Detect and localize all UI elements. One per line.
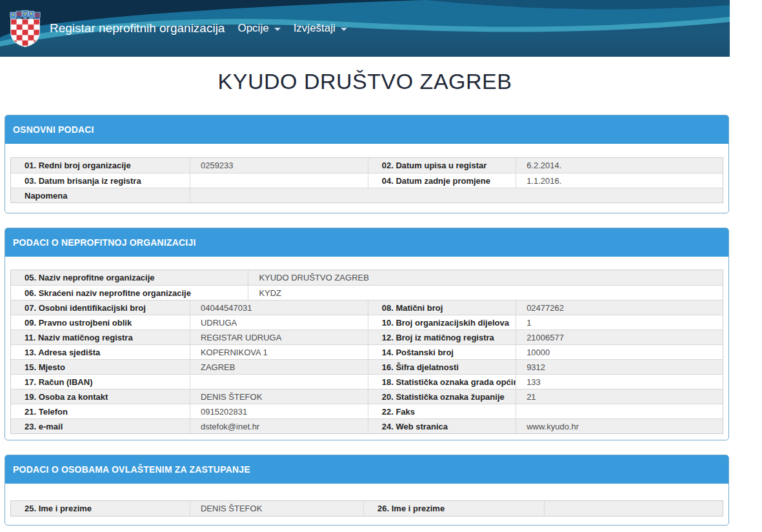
top-navbar: Registar neprofitnih organizacija Opcije… xyxy=(0,0,730,57)
table-row: 17. Račun (IBAN) 18. Statistička oznaka … xyxy=(11,374,723,389)
field-label: 23. e-mail xyxy=(11,419,190,433)
menu-opcije[interactable]: Opcije xyxy=(231,15,286,41)
field-label: 11. Naziv matičnog registra xyxy=(11,330,190,344)
field-label: 15. Mjesto xyxy=(11,360,190,374)
section-osnovni-podaci: OSNOVNI PODACI 01. Redni broj organizaci… xyxy=(5,115,729,213)
chevron-down-icon xyxy=(274,28,281,31)
field-value: 21006577 xyxy=(516,330,723,344)
field-value: 10000 xyxy=(516,345,723,359)
section-body: 05. Naziv neprofitne organizacije KYUDO … xyxy=(5,257,728,440)
field-value xyxy=(545,501,723,516)
field-label: 09. Pravno ustrojbeni oblik xyxy=(11,315,190,330)
brand-title: Registar neprofitnih organizacija xyxy=(50,21,225,35)
field-label: 20. Statistička oznaka županije xyxy=(368,389,516,404)
field-value xyxy=(190,188,723,202)
field-value: 133 xyxy=(516,375,723,389)
field-label: 05. Naziv neprofitne organizacije xyxy=(11,270,248,285)
section-body: 25. Ime i prezime DENIS ŠTEFOK 26. Ime i… xyxy=(5,484,728,525)
menu-opcije-label: Opcije xyxy=(237,22,268,35)
section-header: PODACI O NEPROFITNOJ ORGANIZACIJI xyxy=(5,228,728,257)
field-value: 02477262 xyxy=(516,300,723,315)
table-row: 01. Redni broj organizacije 0259233 02. … xyxy=(11,158,723,173)
data-table: 05. Naziv neprofitne organizacije KYUDO … xyxy=(10,270,723,434)
field-value: UDRUGA xyxy=(190,315,368,330)
field-value: 0915202831 xyxy=(190,404,368,419)
table-row: 11. Naziv matičnog registra REGISTAR UDR… xyxy=(11,330,723,344)
field-value: DENIS ŠTEFOK xyxy=(190,389,368,404)
field-label: 02. Datum upisa u registar xyxy=(368,158,516,173)
section-podaci-o-organizaciji: PODACI O NEPROFITNOJ ORGANIZACIJI 05. Na… xyxy=(5,228,729,440)
table-row: 23. e-mail dstefok@inet.hr 24. Web stran… xyxy=(11,419,723,433)
field-label: 18. Statistička oznaka grada općine xyxy=(368,375,516,389)
field-value: DENIS ŠTEFOK xyxy=(190,501,364,516)
field-label: 04. Datum zadnje promjene xyxy=(368,173,516,188)
field-value: KOPERNIKOVA 1 xyxy=(190,345,368,359)
field-value: 1.1.2016. xyxy=(516,173,723,188)
field-value xyxy=(190,375,368,389)
field-label: 21. Telefon xyxy=(11,404,190,419)
field-label: 07. Osobni identifikacijski broj xyxy=(11,300,190,315)
table-row: 21. Telefon 0915202831 22. Faks xyxy=(11,404,723,419)
field-label: Napomena xyxy=(11,188,190,202)
data-table: 01. Redni broj organizacije 0259233 02. … xyxy=(10,157,723,203)
table-row: 15. Mjesto ZAGREB 16. Šifra djelatnosti … xyxy=(11,359,723,374)
menu-izvjestaji[interactable]: Izvještaji xyxy=(287,15,354,41)
table-row: 06. Skraćeni naziv neprofitne organizaci… xyxy=(11,285,723,300)
field-label: 26. Ime i prezime xyxy=(364,501,545,516)
field-label: 03. Datum brisanja iz registra xyxy=(11,173,190,188)
data-table: 25. Ime i prezime DENIS ŠTEFOK 26. Ime i… xyxy=(10,500,723,517)
table-row: 03. Datum brisanja iz registra 04. Datum… xyxy=(11,173,723,188)
field-value: www.kyudo.hr xyxy=(516,419,723,433)
field-value: 0259233 xyxy=(190,158,368,173)
section-osobe-za-zastupanje: PODACI O OSOBAMA OVLAŠTENIM ZA ZASTUPANJ… xyxy=(5,455,729,526)
field-label: 08. Matični broj xyxy=(368,300,516,315)
field-label: 17. Račun (IBAN) xyxy=(11,375,190,389)
navbar-content: Registar neprofitnih organizacija Opcije… xyxy=(0,0,730,57)
table-row: Napomena xyxy=(11,188,723,202)
menu-izvjestaji-label: Izvještaji xyxy=(294,22,336,35)
table-row: 09. Pravno ustrojbeni oblik UDRUGA 10. B… xyxy=(11,315,723,330)
field-label: 12. Broj iz matičnog registra xyxy=(368,330,516,344)
field-label: 25. Ime i prezime xyxy=(11,501,190,516)
field-value: KYDZ xyxy=(248,286,723,300)
field-label: 24. Web stranica xyxy=(368,419,516,433)
field-label: 01. Redni broj organizacije xyxy=(11,158,190,173)
field-value: KYUDO DRUŠTVO ZAGREB xyxy=(248,270,723,285)
table-row: 13. Adresa sjedišta KOPERNIKOVA 1 14. Po… xyxy=(11,344,723,359)
page: Registar neprofitnih organizacija Opcije… xyxy=(0,0,730,526)
table-row: 05. Naziv neprofitne organizacije KYUDO … xyxy=(11,270,723,285)
field-value xyxy=(190,173,368,188)
section-header: OSNOVNI PODACI xyxy=(5,115,728,144)
field-label: 16. Šifra djelatnosti xyxy=(368,360,516,374)
chevron-down-icon xyxy=(341,28,347,31)
table-row: 19. Osoba za kontakt DENIS ŠTEFOK 20. St… xyxy=(11,389,723,404)
field-label: 06. Skraćeni naziv neprofitne organizaci… xyxy=(11,286,248,300)
field-value: 1 xyxy=(516,315,723,330)
field-label: 22. Faks xyxy=(368,404,516,419)
field-label: 13. Adresa sjedišta xyxy=(11,345,190,359)
navbar-menu: Opcije Izvještaji xyxy=(231,15,353,41)
brand-link[interactable]: Registar neprofitnih organizacija xyxy=(9,8,225,48)
field-label: 14. Poštanski broj xyxy=(368,345,516,359)
section-body: 01. Redni broj organizacije 0259233 02. … xyxy=(5,144,728,213)
field-value: 21 xyxy=(516,389,723,404)
field-value: 9312 xyxy=(516,360,723,374)
field-value: ZAGREB xyxy=(190,360,368,374)
field-value: 6.2.2014. xyxy=(516,158,723,173)
table-row: 07. Osobni identifikacijski broj 0404454… xyxy=(11,300,723,315)
croatian-coat-of-arms-logo xyxy=(9,8,41,48)
field-label: 19. Osoba za kontakt xyxy=(11,389,190,404)
field-label: 10. Broj organizacijskih dijelova xyxy=(368,315,516,330)
field-value xyxy=(516,404,723,419)
field-value: 04044547031 xyxy=(190,300,368,315)
field-value: dstefok@inet.hr xyxy=(190,419,368,433)
table-row: 25. Ime i prezime DENIS ŠTEFOK 26. Ime i… xyxy=(11,501,723,516)
field-value: REGISTAR UDRUGA xyxy=(190,330,368,344)
page-title: KYUDO DRUŠTVO ZAGREB xyxy=(0,66,730,97)
section-header: PODACI O OSOBAMA OVLAŠTENIM ZA ZASTUPANJ… xyxy=(5,455,728,484)
